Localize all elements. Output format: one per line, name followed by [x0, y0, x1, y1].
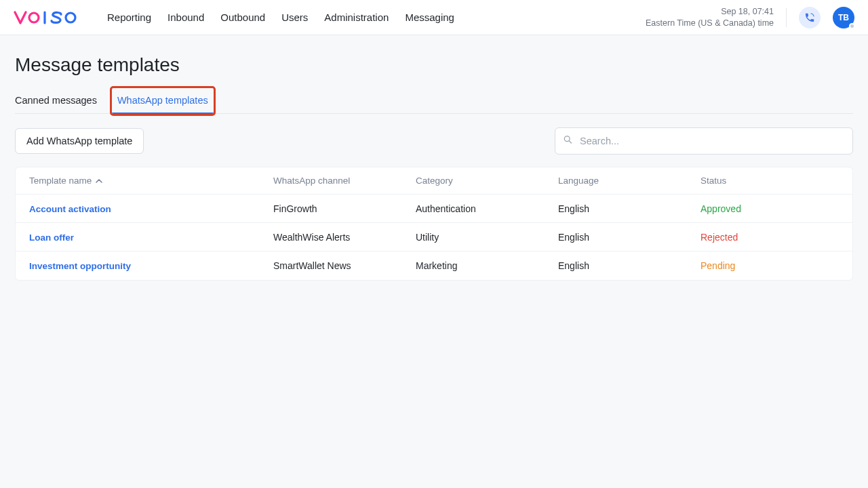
presence-dot-icon: [849, 23, 855, 29]
search-icon: [563, 135, 573, 148]
template-link[interactable]: Loan offer: [29, 232, 74, 243]
col-whatsapp-channel-label: WhatsApp channel: [273, 176, 350, 186]
col-whatsapp-channel[interactable]: WhatsApp channel: [260, 176, 402, 186]
cell-category: Authentication: [402, 203, 545, 214]
cell-language: English: [545, 203, 687, 214]
main-nav: Reporting Inbound Outbound Users Adminis…: [107, 12, 454, 23]
cell-template-name: Account activation: [16, 203, 260, 214]
col-language[interactable]: Language: [545, 176, 687, 186]
table-row: Investment opportunity SmartWallet News …: [16, 251, 852, 280]
nav-inbound[interactable]: Inbound: [167, 12, 204, 23]
col-category[interactable]: Category: [402, 176, 545, 186]
user-avatar[interactable]: TB: [833, 7, 854, 28]
template-link[interactable]: Account activation: [29, 204, 111, 214]
header-timezone: Eastern Time (US & Canada) time: [646, 18, 774, 29]
svg-point-2: [66, 13, 75, 22]
search-input[interactable]: [555, 127, 853, 155]
template-link[interactable]: Investment opportunity: [29, 261, 131, 271]
col-category-label: Category: [416, 176, 453, 186]
svg-point-0: [29, 13, 39, 22]
col-status[interactable]: Status: [687, 176, 852, 186]
tab-canned-messages[interactable]: Canned messages: [15, 88, 97, 113]
nav-reporting[interactable]: Reporting: [107, 12, 151, 23]
col-language-label: Language: [558, 176, 599, 186]
cell-channel: SmartWallet News: [260, 260, 402, 271]
search-wrap: [555, 127, 853, 155]
header-time: Sep 18, 07:41: [646, 6, 774, 18]
tab-whatsapp-templates[interactable]: WhatsApp templates: [112, 88, 214, 114]
cell-template-name: Investment opportunity: [16, 260, 260, 271]
header-right: Sep 18, 07:41 Eastern Time (US & Canada)…: [646, 6, 854, 29]
header-separator: [786, 8, 787, 27]
templates-table: Template name WhatsApp channel Category …: [15, 167, 853, 281]
page-title: Message templates: [15, 54, 853, 76]
sort-asc-icon: [96, 178, 102, 184]
svg-line-4: [569, 141, 571, 143]
add-whatsapp-template-button[interactable]: Add WhatsApp template: [15, 128, 144, 154]
nav-messaging[interactable]: Messaging: [405, 12, 454, 23]
cell-status: Rejected: [687, 232, 852, 243]
cell-channel: FinGrowth: [260, 203, 402, 214]
col-template-name-label: Template name: [29, 176, 92, 186]
logo-svg: [14, 10, 88, 25]
app-header: Reporting Inbound Outbound Users Adminis…: [0, 0, 868, 35]
cell-status: Approved: [687, 203, 852, 214]
nav-users[interactable]: Users: [281, 12, 308, 23]
col-template-name[interactable]: Template name: [16, 176, 260, 186]
cell-category: Utility: [402, 232, 545, 243]
table-row: Account activation FinGrowth Authenticat…: [16, 195, 852, 223]
page: Message templates Canned messages WhatsA…: [0, 35, 868, 300]
cell-language: English: [545, 232, 687, 243]
phone-icon: [804, 12, 815, 23]
cell-language: English: [545, 260, 687, 271]
header-datetime: Sep 18, 07:41 Eastern Time (US & Canada)…: [646, 6, 774, 29]
toolbar: Add WhatsApp template: [15, 127, 853, 155]
dialer-button[interactable]: [799, 7, 821, 28]
col-status-label: Status: [701, 176, 726, 186]
cell-template-name: Loan offer: [16, 232, 260, 243]
nav-administration[interactable]: Administration: [324, 12, 389, 23]
cell-category: Marketing: [402, 260, 545, 271]
table-row: Loan offer WealthWise Alerts Utility Eng…: [16, 223, 852, 251]
tabs: Canned messages WhatsApp templates: [15, 88, 853, 114]
avatar-initials: TB: [838, 13, 849, 22]
app-logo: [14, 10, 88, 25]
cell-status: Pending: [687, 260, 852, 271]
nav-outbound[interactable]: Outbound: [220, 12, 265, 23]
table-header: Template name WhatsApp channel Category …: [16, 167, 852, 195]
cell-channel: WealthWise Alerts: [260, 232, 402, 243]
